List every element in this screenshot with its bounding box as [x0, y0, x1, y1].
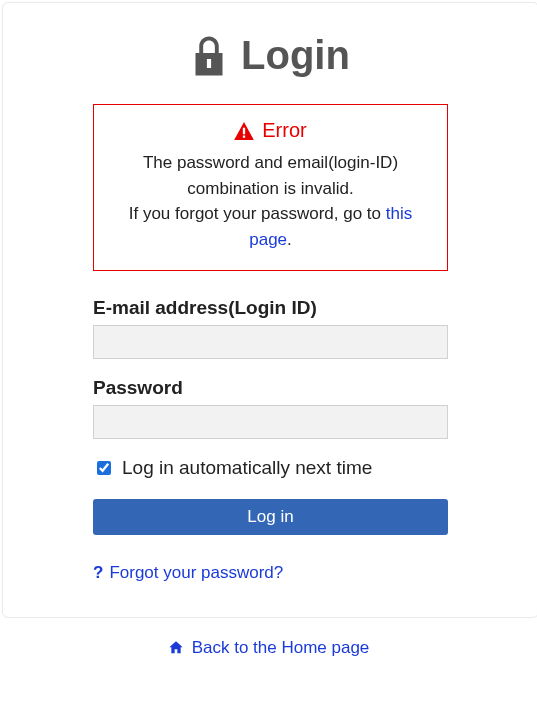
email-label: E-mail address(Login ID) — [93, 297, 448, 319]
error-box: Error The password and email(login-ID) c… — [93, 104, 448, 271]
error-message: The password and email(login-ID) combina… — [110, 150, 431, 252]
forgot-text: Forgot your password? — [109, 563, 283, 583]
lock-icon — [191, 36, 227, 76]
title-text: Login — [241, 33, 350, 78]
back-text: Back to the Home page — [192, 638, 370, 658]
email-field-group: E-mail address(Login ID) — [93, 297, 448, 359]
error-line1: The password and email(login-ID) combina… — [143, 153, 398, 198]
svg-rect-2 — [243, 127, 245, 134]
error-title: Error — [110, 119, 431, 142]
back-link[interactable]: Back to the Home page — [0, 638, 537, 658]
forgot-link[interactable]: ? Forgot your password? — [93, 563, 448, 583]
svg-rect-3 — [243, 135, 245, 137]
svg-rect-1 — [207, 59, 211, 68]
email-input[interactable] — [93, 325, 448, 359]
page-title: Login — [93, 33, 448, 78]
login-card: Login Error The password and email(login… — [2, 2, 537, 618]
error-title-text: Error — [262, 119, 306, 142]
error-line2-suffix: . — [287, 230, 292, 249]
submit-button[interactable]: Log in — [93, 499, 448, 535]
remember-checkbox[interactable] — [97, 461, 111, 475]
question-icon: ? — [93, 563, 103, 583]
home-icon — [168, 640, 184, 656]
error-line2-prefix: If you forgot your password, go to — [129, 204, 386, 223]
password-field-group: Password — [93, 377, 448, 439]
remember-label[interactable]: Log in automatically next time — [93, 457, 448, 479]
password-label: Password — [93, 377, 448, 399]
password-input[interactable] — [93, 405, 448, 439]
remember-text: Log in automatically next time — [122, 457, 372, 479]
warning-icon — [234, 122, 254, 140]
